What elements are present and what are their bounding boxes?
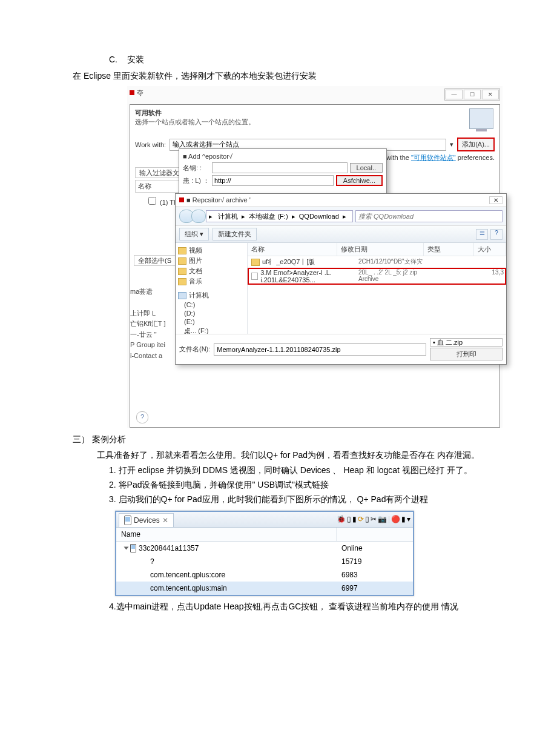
app-icon [130,90,134,95]
capture-icon[interactable]: ▮ [401,515,406,523]
devices-tab-label: Devices [134,516,160,525]
window-buttons: — ☐ ✕ [444,88,500,101]
eclipse-install-figure: 夺 — ☐ ✕ 可用软件 选择一个站点或者输入一个站点的位置。 Work wit… [127,86,503,428]
help-icon[interactable]: ? [136,411,148,423]
phone-icon [124,516,131,525]
col-size[interactable]: 大小 [474,243,506,256]
filetype-select[interactable] [430,338,503,346]
item-c-label: C. [109,55,117,64]
expand-icon[interactable] [124,546,129,549]
side-docs[interactable]: 文档 [189,267,202,276]
menu-icon[interactable]: ▾ [407,515,410,523]
section3-heading: 三） 案例分析 [73,433,496,446]
phone-icon [130,544,136,552]
threads-icon[interactable]: ▯ [365,515,369,523]
process-name: com.tencent.qplus:main [150,584,227,592]
side-pictures[interactable]: 图片 [189,256,202,265]
computer-icon [178,292,186,299]
minimize-button[interactable]: — [446,90,463,99]
folder-icon [178,268,186,275]
device-row[interactable]: 33c208441a11357 Online [116,542,413,555]
workwith-label: Work with: [135,141,166,148]
path-input[interactable] [206,210,353,222]
repo-location-input[interactable] [212,175,334,186]
local-button[interactable]: Local.. [350,163,383,173]
add-repo-title: ■ Add ^epositor√ [183,153,383,160]
process-name: ? [150,557,154,566]
select-all-button[interactable]: 全部选中(S [134,255,176,266]
device-name: 33c208441a11357 [139,544,199,552]
organize-button[interactable]: 组织 ▾ [179,228,209,240]
archive-button[interactable]: Asfchiwe... [336,175,383,186]
col-name[interactable]: 名称 [248,243,337,256]
fb-title-text: ■ Repcsitor√ archive ' [186,196,251,204]
side-videos[interactable]: 视频 [189,246,202,255]
file-row[interactable]: uf彳 _e20Q7丨[版 2CH1/12/10^DB"文徉灾 [248,256,506,268]
repo-location-label: 患 : L) ： [183,176,209,185]
section3-li3: 3. 启动我们的Q+ for Pad应用，此时我们能看到下图所示的情况， Q+ … [109,492,496,507]
item-c-desc: 在 Eclipse 里面安装新软件，选择刚才下载的本地安装包进行安装 [73,69,496,82]
gc-icon[interactable]: ⟳ [358,515,364,523]
close-button[interactable]: ✕ [482,90,499,99]
heap-icon[interactable]: ▯ [347,515,351,523]
file-type [437,257,480,267]
filter-label: 输入过滤器文 [135,167,183,178]
col-type[interactable]: 类型 [424,243,474,256]
fb-close-button[interactable]: ✕ [489,196,503,204]
available-software-title: 可用软件 [135,108,495,118]
preferences-link[interactable]: "可用软件站点" [411,154,456,161]
item-c-title: 安装 [127,55,144,64]
devices-toolbar: 🐞 ▯ ▮ ⟳ ▯ ✂ 📷 | 🔴 ▮ ▾ [337,515,413,523]
view-icon[interactable]: ☰ [476,229,488,240]
repo-name-input[interactable] [212,162,348,173]
add-button[interactable]: 添加(A)... [457,138,495,151]
newfolder-button[interactable]: 新建文件夹 [213,228,257,240]
fb-help-icon[interactable]: ? [490,229,503,240]
process-pid: 6983 [337,568,413,582]
devices-tab[interactable]: Devices ✕ [119,513,174,527]
side-e[interactable]: (E:) [184,318,195,325]
col-date[interactable]: 修改日期 [337,243,424,256]
devices-col-name: Name [116,528,337,541]
process-row[interactable]: com.tencent.qplus:core 6983 [116,568,413,582]
side-computer[interactable]: 计算机 [189,291,209,300]
file-date: 20L_ . .2' 2L _5: j2 zip Archive [358,269,437,284]
workwith-dropdown-icon[interactable]: ▾ [450,141,453,148]
file-name: 3.M Emof>Analyzer-l .L. i.201L&E240735..… [260,269,358,284]
debug-icon[interactable]: 🐞 [337,515,346,523]
process-pid: 15719 [337,555,413,568]
section3-li4: 4.选中main进程，点击Update Heap按钮,再点击GC按钮， 查看该进… [109,600,496,614]
process-pid: 6997 [337,582,413,595]
filename-input[interactable] [214,343,426,356]
file-size: 13,3 [480,269,506,284]
fb-sidebar: 视频 图片 文档 音乐 计算机 (C:) (D:) (E:) 桌... (F:)… [176,243,248,334]
folder-icon [178,247,186,254]
file-name: uf彳 _e20Q7丨[版 [262,257,315,267]
process-name: com.tencent.qplus:core [150,571,225,579]
top-char: 夺 [137,88,143,98]
maximize-button[interactable]: ☐ [464,90,481,99]
side-d[interactable]: (D:) [184,310,195,317]
ddms-devices-view: Devices ✕ 🐞 ▯ ▮ ⟳ ▯ ✂ 📷 | 🔴 ▮ ▾ [115,511,414,596]
update-heap-icon[interactable]: ▮ [352,515,357,523]
section3-li1: 1. 打开 eclipse 并切换到 DDMS 透视图，同时确认 Devices… [109,463,496,478]
open-button[interactable]: 打刑印 [430,348,503,360]
process-row-selected[interactable]: com.tencent.qplus:main 6997 [116,582,413,595]
stop-process-icon[interactable]: 🔴 [391,515,400,523]
zip-icon [251,273,258,280]
stop-thread-icon[interactable]: ✂ [371,515,377,523]
wizard-icon [469,108,493,129]
side-music[interactable]: 音乐 [189,277,202,286]
tab-close-icon[interactable]: ✕ [162,516,168,525]
side-f[interactable]: 桌... (F:) [184,327,208,334]
side-c[interactable]: (C:) [184,301,195,308]
filename-label: 文件名(N): [179,345,210,354]
search-input[interactable] [355,210,503,222]
process-row[interactable]: ? 15719 [116,555,413,568]
nav-forward-button[interactable] [191,210,206,223]
tree-checkbox[interactable] [148,197,156,205]
screenshot-icon[interactable]: 📷 [378,515,387,523]
repo-name-label: 名钢: : [183,164,209,173]
file-row-selected[interactable]: 3.M Emof>Analyzer-l .L. i.201L&E240735..… [248,268,506,285]
folder-icon [178,278,186,285]
